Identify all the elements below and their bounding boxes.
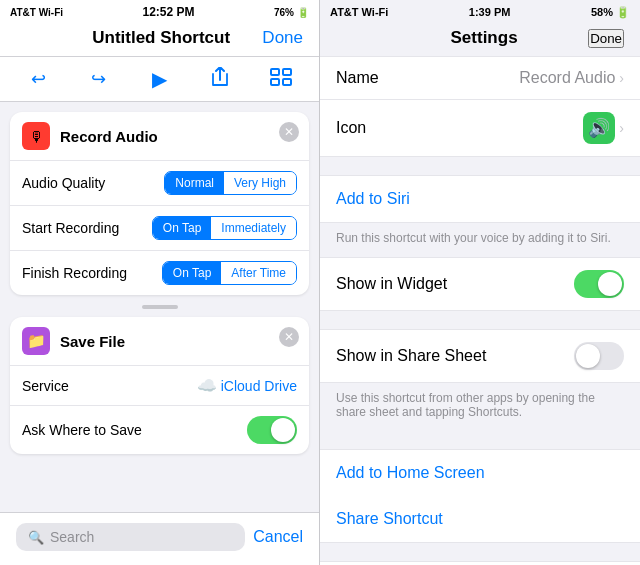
show-in-widget-toggle[interactable]: [574, 270, 624, 298]
settings-button[interactable]: [267, 65, 295, 93]
gap-3: [320, 431, 640, 449]
on-tap-option-finish[interactable]: On Tap: [163, 262, 221, 284]
right-done-button[interactable]: Done: [588, 29, 624, 48]
left-battery: 76% 🔋: [274, 7, 309, 18]
save-file-header: 📁 Save File ✕: [10, 317, 309, 366]
start-recording-label: Start Recording: [22, 220, 119, 236]
search-placeholder: Search: [50, 529, 94, 545]
audio-quality-row: Audio Quality Normal Very High: [10, 161, 309, 206]
left-title: Untitled Shortcut: [92, 28, 230, 48]
gap-1: [320, 157, 640, 175]
after-time-option[interactable]: After Time: [221, 262, 296, 284]
gap-2: [320, 311, 640, 329]
save-file-title: Save File: [60, 333, 125, 350]
import-questions-row[interactable]: Import Questions ›: [320, 561, 640, 565]
ask-where-label: Ask Where to Save: [22, 422, 142, 438]
record-audio-card: 🎙 Record Audio ✕ Audio Quality Normal Ve…: [10, 112, 309, 295]
very-high-option[interactable]: Very High: [224, 172, 296, 194]
icon-chevron-icon: ›: [619, 120, 624, 136]
save-file-close[interactable]: ✕: [279, 327, 299, 347]
icon-label: Icon: [336, 119, 366, 137]
audio-quality-segment[interactable]: Normal Very High: [164, 171, 297, 195]
audio-quality-label: Audio Quality: [22, 175, 105, 191]
icon-row[interactable]: Icon 🔊 ›: [320, 100, 640, 157]
on-tap-option-start[interactable]: On Tap: [153, 217, 211, 239]
left-done-button[interactable]: Done: [262, 28, 303, 48]
save-file-card: 📁 Save File ✕ Service ☁️ iCloud Drive As…: [10, 317, 309, 454]
battery-icon: 🔋: [297, 7, 309, 18]
save-file-icon: 📁: [22, 327, 50, 355]
normal-option[interactable]: Normal: [165, 172, 224, 194]
search-box[interactable]: 🔍 Search: [16, 523, 245, 551]
show-in-share-sheet-label: Show in Share Sheet: [336, 347, 486, 365]
settings-icon: [270, 68, 292, 91]
play-button[interactable]: ▶: [146, 65, 174, 93]
right-panel: AT&T Wi-Fi 1:39 PM 58% 🔋 Settings Done N…: [320, 0, 640, 565]
share-sheet-toggle-knob: [576, 344, 600, 368]
name-row[interactable]: Name Record Audio ›: [320, 56, 640, 100]
immediately-option[interactable]: Immediately: [211, 217, 296, 239]
name-value-text: Record Audio: [519, 69, 615, 87]
service-label: Service: [22, 378, 69, 394]
undo-icon: ↩: [31, 68, 46, 90]
share-sheet-description-row: Use this shortcut from other apps by ope…: [320, 383, 640, 431]
svg-rect-0: [271, 69, 279, 75]
share-shortcut-row[interactable]: Share Shortcut: [320, 496, 640, 543]
start-recording-row: Start Recording On Tap Immediately: [10, 206, 309, 251]
add-to-siri-link: Add to Siri: [336, 190, 410, 207]
record-audio-header: 🎙 Record Audio ✕: [10, 112, 309, 161]
search-icon: 🔍: [28, 530, 44, 545]
redo-icon: ↪: [91, 68, 106, 90]
icloud-drive-label: iCloud Drive: [221, 378, 297, 394]
play-icon: ▶: [152, 67, 167, 91]
right-battery-pct: 58%: [591, 6, 613, 18]
show-in-share-sheet-toggle[interactable]: [574, 342, 624, 370]
drag-handle: [142, 305, 178, 309]
share-sheet-description-text: Use this shortcut from other apps by ope…: [336, 391, 595, 419]
record-audio-icon: 🎙: [22, 122, 50, 150]
share-shortcut-link: Share Shortcut: [336, 510, 443, 527]
svg-rect-2: [271, 79, 279, 85]
ask-where-toggle[interactable]: [247, 416, 297, 444]
right-battery-icon: 🔋: [616, 6, 630, 18]
ask-where-row: Ask Where to Save: [10, 406, 309, 454]
undo-button[interactable]: ↩: [24, 65, 52, 93]
finish-recording-segment[interactable]: On Tap After Time: [162, 261, 297, 285]
share-button[interactable]: [206, 65, 234, 93]
icloud-drive-value[interactable]: ☁️ iCloud Drive: [197, 376, 297, 395]
add-to-home-screen-row[interactable]: Add to Home Screen: [320, 449, 640, 497]
redo-button[interactable]: ↪: [85, 65, 113, 93]
finish-recording-label: Finish Recording: [22, 265, 127, 281]
record-audio-close[interactable]: ✕: [279, 122, 299, 142]
right-battery: 58% 🔋: [591, 6, 630, 19]
right-status-bar: AT&T Wi-Fi 1:39 PM 58% 🔋: [320, 0, 640, 22]
name-chevron-icon: ›: [619, 70, 624, 86]
icon-preview: 🔊: [583, 112, 615, 144]
icon-value: 🔊 ›: [583, 112, 624, 144]
record-audio-title: Record Audio: [60, 128, 158, 145]
search-cancel-button[interactable]: Cancel: [253, 528, 303, 546]
left-carrier: AT&T Wi-Fi: [10, 7, 63, 18]
svg-rect-3: [283, 79, 291, 85]
share-icon: [211, 67, 229, 92]
left-content: 🎙 Record Audio ✕ Audio Quality Normal Ve…: [0, 102, 319, 512]
finish-recording-row: Finish Recording On Tap After Time: [10, 251, 309, 295]
left-bottom-bar: 🔍 Search Cancel: [0, 512, 319, 565]
show-in-widget-knob: [598, 272, 622, 296]
name-value: Record Audio ›: [519, 69, 624, 87]
siri-description-text: Run this shortcut with your voice by add…: [336, 231, 611, 245]
add-to-siri-row[interactable]: Add to Siri: [320, 175, 640, 223]
left-toolbar: ↩ ↪ ▶: [0, 57, 319, 102]
right-time: 1:39 PM: [469, 6, 511, 18]
cloud-icon: ☁️: [197, 376, 217, 395]
right-carrier: AT&T Wi-Fi: [330, 6, 388, 18]
show-in-widget-row: Show in Widget: [320, 257, 640, 311]
toggle-knob: [271, 418, 295, 442]
siri-description-row: Run this shortcut with your voice by add…: [320, 223, 640, 257]
right-nav-bar: Settings Done: [320, 22, 640, 56]
start-recording-segment[interactable]: On Tap Immediately: [152, 216, 297, 240]
right-title: Settings: [451, 28, 518, 48]
name-label: Name: [336, 69, 379, 87]
show-in-share-sheet-row: Show in Share Sheet: [320, 329, 640, 383]
left-nav-bar: Untitled Shortcut Done: [0, 22, 319, 57]
